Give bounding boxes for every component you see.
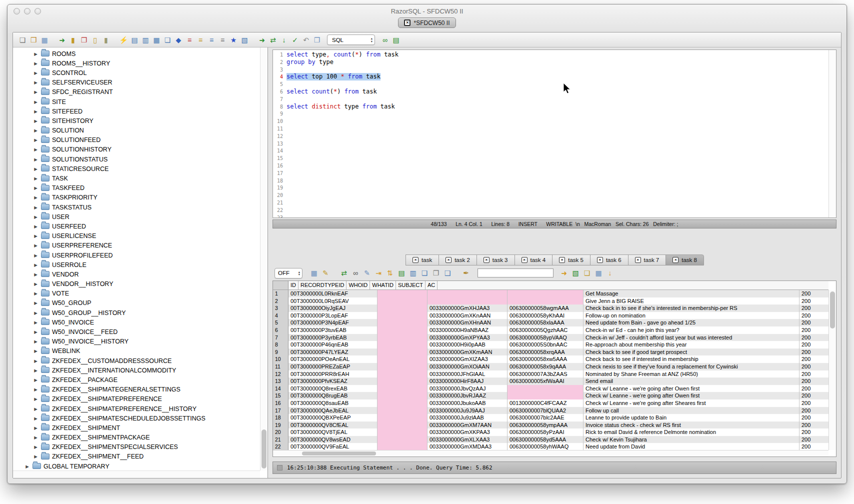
expand-arrow-icon[interactable]: ▶ xyxy=(33,214,38,220)
expand-arrow-icon[interactable]: ▶ xyxy=(33,426,38,430)
tree-item[interactable]: ▶ SOLUTIONSTATUS xyxy=(13,154,268,164)
table-horizontal-scrollbar[interactable] xyxy=(273,450,828,456)
expand-arrow-icon[interactable]: ▶ xyxy=(24,464,30,469)
expand-arrow-icon[interactable]: ▶ xyxy=(33,186,38,190)
activitydate-cell[interactable]: 200 xyxy=(800,443,828,450)
expand-arrow-icon[interactable]: ▶ xyxy=(33,195,38,200)
filter-rows-icon[interactable]: ≡ xyxy=(206,35,216,45)
table-row[interactable]: 12 00T3000000PRR8rEAH 0033000000JFhGlAAL… xyxy=(273,370,828,378)
close-tab-icon[interactable]: × xyxy=(597,257,603,263)
tree-item[interactable]: ▶ SOLUTIONFEED xyxy=(13,136,268,145)
recordtypeid-cell[interactable] xyxy=(378,428,428,436)
tree-item[interactable]: ▶ W50_INVOICE xyxy=(13,318,268,327)
whoid-cell[interactable]: 0033000000GmXPYAA3 xyxy=(428,334,508,342)
whatid-cell[interactable]: 006300000058xrqAAA xyxy=(508,348,584,356)
whoid-cell[interactable]: 0033000000GmXM7AAN xyxy=(428,422,508,429)
expand-arrow-icon[interactable]: ▶ xyxy=(33,291,38,296)
activitydate-cell[interactable]: 200 xyxy=(800,356,828,363)
expand-arrow-icon[interactable]: ▶ xyxy=(33,70,38,76)
whoid-cell[interactable]: 0033000000GmXHnAAN xyxy=(428,319,508,326)
whoid-cell[interactable]: 0033000000Ju9J9AAJ xyxy=(428,407,508,414)
view-row-icon[interactable]: ∞ xyxy=(350,268,360,278)
close-window-icon[interactable] xyxy=(14,8,20,14)
expand-arrow-icon[interactable]: ▶ xyxy=(33,272,38,277)
editor-line[interactable]: 23 xyxy=(274,214,828,218)
activitydate-cell[interactable]: 200 xyxy=(800,392,828,400)
expand-arrow-icon[interactable]: ▶ xyxy=(33,118,38,124)
table-row[interactable]: 2 00T3000000L0RqSEAV Give Jenn a BIG RAI… xyxy=(273,298,828,305)
expand-arrow-icon[interactable]: ▶ xyxy=(33,157,38,162)
editor-line[interactable]: 3 xyxy=(274,66,828,74)
tree-item[interactable]: ▶ ROOMS xyxy=(13,49,268,58)
whatid-cell[interactable]: 006300000058x9qAAA xyxy=(508,363,584,370)
editor-line[interactable]: 18 xyxy=(274,177,828,184)
recordtypeid-cell[interactable] xyxy=(378,312,428,320)
id-cell[interactable]: 00T3000000Q8sauEAB xyxy=(288,400,378,407)
expand-arrow-icon[interactable]: ▶ xyxy=(33,100,38,104)
activitydate-cell[interactable]: 200 xyxy=(800,370,828,378)
tree-item[interactable]: ▶ USERFEED xyxy=(13,222,268,231)
execute-icon[interactable]: ➜ xyxy=(257,35,267,45)
column-header[interactable]: SUBJECT xyxy=(396,281,426,290)
expand-arrow-icon[interactable]: ▶ xyxy=(33,396,38,402)
expand-arrow-icon[interactable]: ▶ xyxy=(33,128,38,133)
expand-arrow-icon[interactable]: ▶ xyxy=(33,454,38,459)
result-tab[interactable]: × task 2 xyxy=(438,254,477,266)
minimize-window-icon[interactable] xyxy=(24,8,30,14)
id-cell[interactable]: 00T3000000Q8rexEAB xyxy=(288,385,378,392)
recordtypeid-cell[interactable] xyxy=(378,304,428,312)
expand-arrow-icon[interactable]: ▶ xyxy=(33,416,38,421)
table-row[interactable]: 3 00T3000000OiyJgEAJ 0033000000GmXHJAA3 … xyxy=(273,304,828,312)
editor-line[interactable]: 19 xyxy=(274,184,828,192)
whatid-cell[interactable]: 006300000058yPzAAI xyxy=(508,428,584,436)
tree-item[interactable]: ▶ ZKFEDEX__SHIPMENT__FEED xyxy=(13,452,268,462)
edit-results-icon[interactable]: ✎ xyxy=(320,268,330,278)
subject-cell[interactable]: Need update from David xyxy=(584,443,800,450)
whoid-cell[interactable]: 0033000000GmXLXAA3 xyxy=(428,436,508,444)
recordtypeid-cell[interactable] xyxy=(378,334,428,342)
save-icon[interactable]: ▦ xyxy=(40,35,50,45)
export-results-icon[interactable]: ▧ xyxy=(570,268,580,278)
tree-item[interactable]: ▶ W50_INVOICE__FEED xyxy=(13,327,268,336)
close-tab-icon[interactable]: × xyxy=(522,257,528,263)
expand-arrow-icon[interactable]: ▶ xyxy=(33,166,38,172)
expand-arrow-icon[interactable]: ▶ xyxy=(33,348,38,354)
reload-table-icon[interactable]: ▤ xyxy=(396,268,406,278)
id-cell[interactable]: 00T3000000P3N4pEAF xyxy=(288,319,378,326)
subject-cell[interactable]: Check back to see if good target prospec… xyxy=(584,348,800,356)
table-export-icon[interactable]: ▥ xyxy=(140,35,150,45)
expand-arrow-icon[interactable]: ▶ xyxy=(33,282,38,286)
recordtypeid-cell[interactable] xyxy=(378,348,428,356)
connection-error-icon[interactable]: ▮ xyxy=(68,35,78,45)
activitydate-cell[interactable]: 200 xyxy=(800,378,828,385)
id-cell[interactable]: 00T3000000PREZaEAP xyxy=(288,363,378,370)
whatid-cell[interactable]: 00630000005xfWaAAI xyxy=(508,378,584,385)
subject-cell[interactable]: Check w/ Kevin Tsujihara xyxy=(584,436,800,444)
help-book-icon[interactable]: ◆ xyxy=(174,35,184,45)
recordtypeid-cell[interactable] xyxy=(378,370,428,378)
recordtypeid-cell[interactable] xyxy=(378,385,428,392)
document-tab[interactable]: × *SFDCW50 II xyxy=(398,18,456,28)
id-cell[interactable]: 00T3000000P3tuvEAB xyxy=(288,326,378,334)
table-row[interactable]: 10 00T3000000POeAnEAL 0033000000GmXIZAA3… xyxy=(273,356,828,363)
editor-line[interactable]: 22 xyxy=(274,206,828,214)
result-tab[interactable]: × task 8 xyxy=(666,254,704,266)
activitydate-cell[interactable]: 200 xyxy=(800,348,828,356)
expand-arrow-icon[interactable]: ▶ xyxy=(33,234,38,238)
history-icon[interactable]: ❐ xyxy=(312,35,322,45)
go-icon[interactable]: ➜ xyxy=(559,268,569,278)
whoid-cell[interactable]: 0033000000H9aNBAAZ xyxy=(428,326,508,334)
subject-cell[interactable]: Send email xyxy=(584,378,800,385)
whoid-cell[interactable] xyxy=(428,298,508,305)
id-cell[interactable]: 00T3000000L0RqSEAV xyxy=(288,298,378,305)
tree-item[interactable]: ▶ USER xyxy=(13,212,268,222)
table-row[interactable]: 14 00T3000000Q8rexEAB 0033000000JbvQzAAJ… xyxy=(273,385,828,392)
subject-cell[interactable]: Follow up call xyxy=(584,407,800,414)
table-info-icon[interactable]: ▤ xyxy=(130,35,140,45)
expand-arrow-icon[interactable]: ▶ xyxy=(33,205,38,210)
describe-table-icon[interactable]: ▤ xyxy=(391,35,401,45)
result-tab[interactable]: × task 3 xyxy=(476,254,515,266)
table-row[interactable]: 22 00T3000000QV9FaEAL 0033000000GmXMDAA3… xyxy=(273,443,828,450)
zoom-window-icon[interactable] xyxy=(34,8,41,14)
tree-item[interactable]: ▶ ZKFEDEX__SHIPMATESCHEDULEDJOBSSETTINGS xyxy=(13,414,268,423)
